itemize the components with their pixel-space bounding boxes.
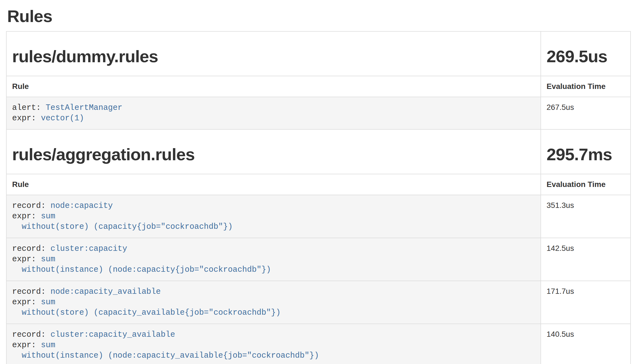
code-label: expr: bbox=[12, 341, 41, 350]
rule-expression-link[interactable]: sum bbox=[41, 341, 55, 350]
group-name: rules/aggregation.rules bbox=[12, 145, 535, 164]
rule-group-header-row: rules/aggregation.rules295.7ms bbox=[6, 129, 631, 174]
rule-cell: record: node:capacity_available expr: su… bbox=[6, 281, 541, 324]
group-evaluation-time-cell: 295.7ms bbox=[541, 129, 631, 174]
rule-row: record: node:capacity_available expr: su… bbox=[6, 281, 631, 324]
rule-expression-link[interactable]: TestAlertManager bbox=[46, 103, 122, 112]
code-label: record: bbox=[12, 244, 50, 253]
code-label: expr: bbox=[12, 255, 41, 264]
rule-row: record: node:capacity expr: sum without(… bbox=[6, 195, 631, 238]
code-label: expr: bbox=[12, 212, 41, 221]
code-label: expr: bbox=[12, 114, 41, 123]
rule-evaluation-time: 267.5us bbox=[541, 97, 631, 129]
rule-expression-link[interactable]: without(instance) (node:capacity_availab… bbox=[12, 351, 319, 360]
rule-expression-link[interactable]: vector(1) bbox=[41, 114, 84, 123]
rule-column-header: Rule bbox=[6, 76, 541, 97]
rule-expression-link[interactable]: without(store) (capacity_available{job="… bbox=[12, 308, 281, 317]
rule-group-header-row: rules/dummy.rules269.5us bbox=[6, 31, 631, 76]
column-header-row: RuleEvaluation Time bbox=[6, 76, 631, 97]
rule-code: record: cluster:capacity_available expr:… bbox=[12, 330, 535, 361]
rule-evaluation-time: 171.7us bbox=[541, 281, 631, 324]
rules-page: Rules rules/dummy.rules269.5usRuleEvalua… bbox=[0, 7, 638, 364]
rule-expression-link[interactable]: without(store) (capacity{job="cockroachd… bbox=[12, 222, 233, 231]
rule-code: record: cluster:capacity expr: sum witho… bbox=[12, 244, 535, 275]
rule-evaluation-time: 351.3us bbox=[541, 195, 631, 238]
rule-expression-link[interactable]: node:capacity bbox=[50, 201, 113, 210]
rule-row: record: cluster:capacity_available expr:… bbox=[6, 324, 631, 364]
rule-code: record: node:capacity expr: sum without(… bbox=[12, 201, 535, 232]
rules-table: rules/dummy.rules269.5usRuleEvaluation T… bbox=[6, 31, 631, 364]
group-evaluation-time: 295.7ms bbox=[547, 145, 625, 164]
page-title: Rules bbox=[7, 7, 631, 26]
rule-cell: record: node:capacity expr: sum without(… bbox=[6, 195, 541, 238]
rules-table-body: rules/dummy.rules269.5usRuleEvaluation T… bbox=[6, 31, 631, 364]
rule-cell: record: cluster:capacity expr: sum witho… bbox=[6, 238, 541, 281]
rule-expression-link[interactable]: sum bbox=[41, 255, 55, 264]
rule-row: alert: TestAlertManager expr: vector(1)2… bbox=[6, 97, 631, 129]
rule-code: alert: TestAlertManager expr: vector(1) bbox=[12, 103, 535, 124]
code-label: alert: bbox=[12, 103, 46, 112]
group-name-cell: rules/aggregation.rules bbox=[6, 129, 541, 174]
rule-row: record: cluster:capacity expr: sum witho… bbox=[6, 238, 631, 281]
rule-expression-link[interactable]: sum bbox=[41, 298, 55, 307]
evaluation-time-column-header: Evaluation Time bbox=[541, 174, 631, 195]
rule-expression-link[interactable]: cluster:capacity bbox=[50, 244, 127, 253]
group-evaluation-time: 269.5us bbox=[547, 47, 625, 66]
code-label: record: bbox=[12, 287, 50, 296]
rule-code: record: node:capacity_available expr: su… bbox=[12, 287, 535, 318]
rule-expression-link[interactable]: cluster:capacity_available bbox=[50, 330, 175, 339]
group-evaluation-time-cell: 269.5us bbox=[541, 31, 631, 76]
evaluation-time-column-header: Evaluation Time bbox=[541, 76, 631, 97]
code-label: expr: bbox=[12, 298, 41, 307]
rule-evaluation-time: 140.5us bbox=[541, 324, 631, 364]
rule-cell: alert: TestAlertManager expr: vector(1) bbox=[6, 97, 541, 129]
rule-expression-link[interactable]: sum bbox=[41, 212, 55, 221]
code-label: record: bbox=[12, 201, 50, 210]
rule-evaluation-time: 142.5us bbox=[541, 238, 631, 281]
code-label: record: bbox=[12, 330, 50, 339]
rule-cell: record: cluster:capacity_available expr:… bbox=[6, 324, 541, 364]
rule-expression-link[interactable]: node:capacity_available bbox=[50, 287, 161, 296]
column-header-row: RuleEvaluation Time bbox=[6, 174, 631, 195]
rule-column-header: Rule bbox=[6, 174, 541, 195]
group-name: rules/dummy.rules bbox=[12, 47, 535, 66]
group-name-cell: rules/dummy.rules bbox=[6, 31, 541, 76]
rule-expression-link[interactable]: without(instance) (node:capacity{job="co… bbox=[12, 265, 271, 274]
